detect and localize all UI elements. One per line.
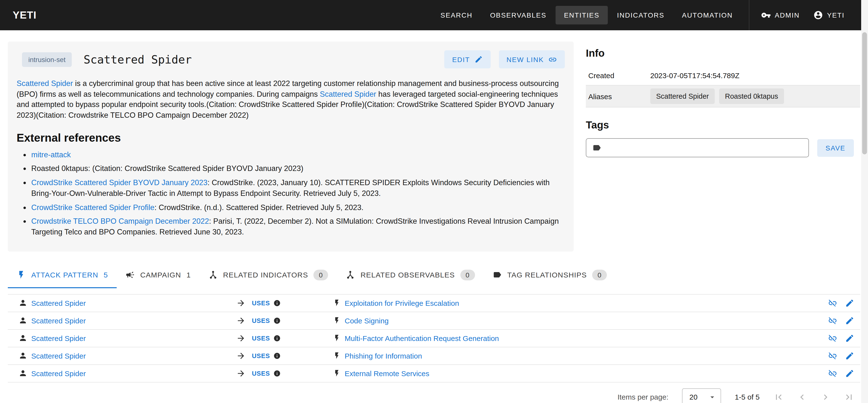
nav-item-automation[interactable]: AUTOMATION (674, 6, 741, 24)
nav-item-observables[interactable]: OBSERVABLES (482, 6, 555, 24)
relationship-row: Scattered SpiderUSESExploitation for Pri… (8, 294, 860, 312)
external-references-heading: External references (17, 132, 565, 145)
target-link[interactable]: Code Signing (345, 316, 389, 325)
nav-user-label: YETI (827, 11, 844, 19)
nav-user-menu[interactable]: YETI (806, 5, 851, 25)
new-link-button-label: NEW LINK (506, 55, 544, 63)
edit-icon[interactable] (845, 298, 854, 308)
tag-icon (592, 143, 601, 152)
reference-item: mitre-attack (31, 149, 565, 160)
target-link[interactable]: External Remote Services (345, 369, 429, 377)
first-page-icon[interactable] (773, 392, 784, 402)
unlink-icon[interactable] (828, 298, 837, 308)
chevron-down-icon (708, 393, 717, 401)
edit-icon[interactable] (845, 316, 854, 325)
relation-type-label[interactable]: USES (252, 334, 270, 342)
edit-button[interactable]: EDIT (444, 50, 490, 68)
source-link[interactable]: Scattered Spider (31, 334, 86, 342)
tab-attack-pattern[interactable]: ATTACK PATTERN5 (8, 263, 117, 288)
tag-icon (493, 270, 502, 280)
reference-link[interactable]: mitre-attack (31, 150, 71, 159)
edit-icon[interactable] (845, 351, 854, 360)
reference-link[interactable]: CrowdStrike Scattered Spider Profile (31, 203, 155, 211)
person-icon (19, 351, 27, 360)
relation-type-label[interactable]: USES (252, 370, 270, 377)
content: intrusion-set Scattered Spider EDIT NEW … (0, 30, 868, 251)
items-per-page-label: Items per page: (618, 393, 668, 401)
scrollbar[interactable] (861, 0, 868, 403)
tab-related-observables[interactable]: RELATED OBSERVABLES0 (337, 263, 484, 288)
person-icon (19, 316, 27, 325)
info-icon[interactable] (273, 352, 281, 359)
tab-tag-relationships[interactable]: TAG RELATIONSHIPS0 (484, 263, 616, 288)
info-icon[interactable] (273, 317, 281, 324)
aliases-chips: Scattered SpiderRoasted 0ktapus (650, 88, 788, 104)
next-page-icon[interactable] (820, 392, 831, 402)
nav-item-indicators[interactable]: INDICATORS (609, 6, 673, 24)
row-actions (809, 351, 860, 360)
relation-type-label[interactable]: USES (252, 317, 270, 324)
edit-icon[interactable] (845, 369, 854, 378)
nav-item-entities[interactable]: ENTITIES (556, 6, 608, 24)
relationship-tabs: ATTACK PATTERN5CAMPAIGN1RELATED INDICATO… (8, 263, 860, 288)
edit-button-label: EDIT (452, 55, 470, 63)
nav-admin-label: ADMIN (775, 11, 800, 19)
nav-admin[interactable]: ADMIN (754, 5, 806, 25)
row-actions (809, 298, 860, 308)
app-logo[interactable]: YETI (13, 9, 36, 21)
target-link[interactable]: Exploitation for Privilege Escalation (345, 299, 459, 307)
created-value: 2023-07-05T17:54:54.789Z (650, 71, 739, 80)
entity-title: Scattered Spider (84, 53, 192, 66)
save-button[interactable]: SAVE (817, 139, 854, 156)
reference-link[interactable]: CrowdStrike Scattered Spider BYOVD Janua… (31, 178, 208, 186)
tab-related-indicators[interactable]: RELATED INDICATORS0 (200, 263, 337, 288)
reference-link[interactable]: Crowdstrike TELCO BPO Campaign December … (31, 217, 209, 225)
new-link-button[interactable]: NEW LINK (499, 50, 565, 68)
references-list: mitre-attackRoasted 0ktapus: (Citation: … (17, 149, 565, 237)
entity-inline-link[interactable]: Scattered Spider (17, 79, 73, 87)
previous-page-icon[interactable] (797, 392, 807, 402)
info-icon[interactable] (273, 334, 281, 342)
alias-chip[interactable]: Scattered Spider (650, 88, 715, 104)
relationship-source-cell: Scattered Spider (19, 351, 236, 360)
page: YETI SEARCHOBSERVABLESENTITIESINDICATORS… (0, 0, 868, 403)
source-link[interactable]: Scattered Spider (31, 369, 86, 377)
entity-inline-link[interactable]: Scattered Spider (320, 90, 376, 98)
source-link[interactable]: Scattered Spider (31, 316, 86, 325)
relation-type-cell: USES (252, 317, 333, 324)
created-label: Created (586, 71, 650, 80)
entity-type-chip: intrusion-set (22, 52, 72, 67)
unlink-icon[interactable] (828, 334, 837, 343)
bolt-icon (333, 352, 341, 359)
tab-label: RELATED OBSERVABLES (361, 270, 455, 279)
relation-type-label[interactable]: USES (252, 352, 270, 359)
aliases-label: Aliases (586, 92, 650, 100)
target-link[interactable]: Multi-Factor Authentication Request Gene… (345, 334, 499, 342)
tags-input[interactable] (586, 138, 809, 157)
info-panel: Info Created 2023-07-05T17:54:54.789Z Al… (586, 41, 860, 251)
source-link[interactable]: Scattered Spider (31, 351, 86, 360)
unlink-icon[interactable] (828, 316, 837, 325)
entity-actions: EDIT NEW LINK (444, 50, 565, 68)
unlink-icon[interactable] (828, 369, 837, 378)
source-link[interactable]: Scattered Spider (31, 299, 86, 307)
info-icon[interactable] (273, 370, 281, 377)
last-page-icon[interactable] (844, 392, 854, 402)
info-icon[interactable] (273, 299, 281, 307)
row-actions (809, 334, 860, 343)
nav-item-search[interactable]: SEARCH (432, 6, 481, 24)
top-navbar: YETI SEARCHOBSERVABLESENTITIESINDICATORS… (0, 0, 868, 30)
items-per-page-select[interactable]: 20 (682, 388, 721, 403)
tab-campaign[interactable]: CAMPAIGN1 (117, 263, 200, 288)
scrollbar-thumb[interactable] (862, 32, 867, 154)
info-heading: Info (586, 48, 860, 59)
relation-type-label[interactable]: USES (252, 299, 270, 307)
link-icon (548, 55, 557, 64)
edit-icon[interactable] (845, 334, 854, 343)
relationship-target-cell: Code Signing (333, 316, 809, 325)
unlink-icon[interactable] (828, 351, 837, 360)
bolt-icon (333, 317, 341, 324)
target-link[interactable]: Phishing for Information (345, 351, 422, 360)
alias-chip[interactable]: Roasted 0ktapus (719, 88, 784, 104)
entity-card: intrusion-set Scattered Spider EDIT NEW … (8, 41, 574, 251)
